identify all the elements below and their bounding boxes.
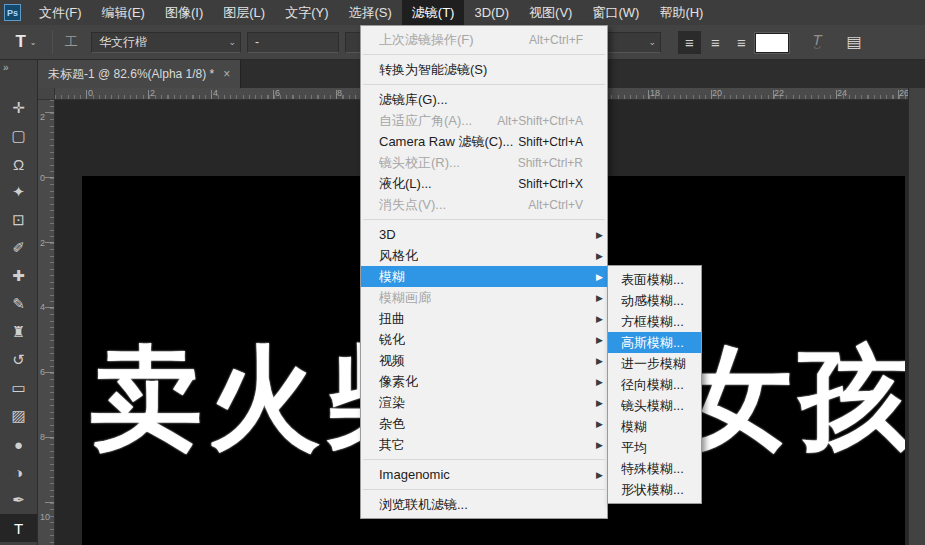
text-color-swatch[interactable] bbox=[755, 33, 789, 53]
font-style-select[interactable]: - bbox=[247, 32, 339, 53]
warp-text-icon[interactable]: T ◡ bbox=[806, 31, 828, 53]
ruler-number: 2 bbox=[40, 238, 45, 248]
menu-bar: Ps 文件(F) 编辑(E) 图像(I) 图层(L) 文字(Y) 选择(S) 滤… bbox=[0, 0, 925, 25]
filter-menu-item[interactable]: 模糊画廊 ▶ bbox=[361, 287, 607, 308]
ruler-ticks bbox=[45, 112, 54, 545]
filter-menu-item[interactable]: 杂色 ▶ bbox=[361, 413, 607, 434]
filter-menu-item bbox=[363, 489, 605, 490]
filter-menu-item[interactable]: 渲染 ▶ bbox=[361, 392, 607, 413]
eyedropper-tool[interactable]: ✐ bbox=[0, 234, 37, 262]
submenu-arrow-icon: ▶ bbox=[593, 470, 603, 480]
blur-submenu-item[interactable]: 特殊模糊... bbox=[608, 458, 701, 479]
document-tab[interactable]: 未标题-1 @ 82.6%(Alpha 1/8) * × bbox=[38, 60, 241, 88]
filter-menu-item[interactable]: 浏览联机滤镜... bbox=[361, 494, 607, 515]
filter-menu-item[interactable]: 视频 ▶ bbox=[361, 350, 607, 371]
align-right-icon[interactable]: ≡ bbox=[730, 31, 753, 54]
gradient-tool[interactable]: ▨ bbox=[0, 402, 37, 430]
filter-menu-item[interactable]: 风格化 ▶ bbox=[361, 245, 607, 266]
filter-menu-item[interactable]: 镜头校正(R)... Shift+Ctrl+R bbox=[361, 152, 607, 173]
shortcut-text: Alt+Shift+Ctrl+A bbox=[497, 114, 593, 128]
text-orientation-icon[interactable]: 工 bbox=[57, 33, 85, 51]
ruler-number: 0 bbox=[88, 88, 93, 98]
panel-dock-edge bbox=[908, 88, 925, 545]
toggle-panels-icon[interactable]: ▤ bbox=[843, 31, 865, 53]
divider bbox=[52, 30, 53, 54]
quick-selection-tool[interactable]: ✦ bbox=[0, 178, 37, 206]
spot-healing-brush-tool[interactable]: ✚ bbox=[0, 262, 37, 290]
blur-submenu-item[interactable]: 镜头模糊... bbox=[608, 395, 701, 416]
ruler-number: 4 bbox=[40, 302, 45, 312]
filter-menu-item[interactable]: 上次滤镜操作(F) Alt+Ctrl+F bbox=[361, 29, 607, 50]
vertical-ruler[interactable]: 2 0 2 4 6 8 10 bbox=[38, 100, 55, 545]
lasso-tool[interactable]: Ω bbox=[0, 150, 37, 178]
ruler-corner bbox=[38, 88, 55, 100]
menubar-item[interactable]: 视图(V) bbox=[519, 0, 582, 25]
filter-menu-item[interactable]: 其它 ▶ bbox=[361, 434, 607, 455]
font-style-value: - bbox=[255, 35, 334, 49]
blur-submenu-item[interactable]: 平均 bbox=[608, 437, 701, 458]
submenu-arrow-icon: ▶ bbox=[593, 440, 603, 450]
menubar-item[interactable]: 3D(D) bbox=[464, 0, 519, 25]
shortcut-text: Alt+Ctrl+V bbox=[528, 198, 593, 212]
blur-tool[interactable]: ● bbox=[0, 430, 37, 458]
filter-menu-item[interactable]: 锐化 ▶ bbox=[361, 329, 607, 350]
blur-submenu-item[interactable]: 径向模糊... bbox=[608, 374, 701, 395]
menubar-item[interactable]: 编辑(E) bbox=[92, 0, 155, 25]
pen-tool[interactable]: ✒ bbox=[0, 486, 37, 514]
menubar-item[interactable]: 滤镜(T) bbox=[402, 0, 465, 25]
submenu-arrow-icon: ▶ bbox=[593, 251, 603, 261]
filter-menu-item[interactable]: 模糊 ▶ bbox=[361, 266, 607, 287]
filter-menu-item[interactable]: 转换为智能滤镜(S) bbox=[361, 59, 607, 80]
submenu-arrow-icon: ▶ bbox=[593, 272, 603, 282]
menubar-item[interactable]: 文字(Y) bbox=[275, 0, 338, 25]
menubar-item[interactable]: 帮助(H) bbox=[649, 0, 713, 25]
align-center-icon[interactable]: ≡ bbox=[704, 31, 727, 54]
filter-menu-item[interactable]: 3D ▶ bbox=[361, 224, 607, 245]
filter-menu-item[interactable]: Camera Raw 滤镜(C)... Shift+Ctrl+A bbox=[361, 131, 607, 152]
filter-menu-item bbox=[363, 219, 605, 220]
menubar-item-label: 选择(S) bbox=[348, 5, 391, 20]
dodge-tool[interactable]: ◑ bbox=[0, 458, 37, 486]
brush-tool[interactable]: ✎ bbox=[0, 290, 37, 318]
filter-menu-item[interactable]: 扭曲 ▶ bbox=[361, 308, 607, 329]
blur-submenu-item[interactable]: 表面模糊... bbox=[608, 269, 701, 290]
blur-submenu-item[interactable]: 方框模糊... bbox=[608, 311, 701, 332]
blur-submenu-item[interactable]: 动感模糊... bbox=[608, 290, 701, 311]
eraser-tool[interactable]: ▭ bbox=[0, 374, 37, 402]
submenu-arrow-icon: ▶ bbox=[593, 398, 603, 408]
collapse-panel-icon[interactable]: » bbox=[0, 60, 37, 76]
crop-tool[interactable]: ⊡ bbox=[0, 206, 37, 234]
filter-menu-item[interactable]: 消失点(V)... Alt+Ctrl+V bbox=[361, 194, 607, 215]
font-family-select[interactable]: 华文行楷 ⌄ bbox=[91, 32, 241, 53]
close-icon[interactable]: × bbox=[223, 67, 230, 81]
clone-stamp-tool[interactable]: ♜ bbox=[0, 318, 37, 346]
blur-submenu-item[interactable]: 高斯模糊... bbox=[608, 332, 701, 353]
menubar-item[interactable]: 选择(S) bbox=[338, 0, 401, 25]
ruler-number: 4 bbox=[213, 88, 218, 98]
menubar-item-label: 帮助(H) bbox=[659, 5, 703, 20]
blur-submenu-item[interactable]: 进一步模糊 bbox=[608, 353, 701, 374]
menubar-item[interactable]: 窗口(W) bbox=[582, 0, 649, 25]
blur-submenu-item[interactable]: 模糊 bbox=[608, 416, 701, 437]
type-tool[interactable]: T bbox=[0, 514, 37, 542]
menubar-item[interactable]: 文件(F) bbox=[29, 0, 92, 25]
history-brush-tool[interactable]: ↺ bbox=[0, 346, 37, 374]
move-tool[interactable]: ✛ bbox=[0, 94, 37, 122]
tool-preset-picker[interactable]: T ⌄ bbox=[4, 32, 48, 52]
blur-submenu-item[interactable]: 形状模糊... bbox=[608, 479, 701, 500]
filter-menu-item[interactable]: 自适应广角(A)... Alt+Shift+Ctrl+A bbox=[361, 110, 607, 131]
menubar-item[interactable]: 图像(I) bbox=[155, 0, 213, 25]
filter-menu-item[interactable]: Imagenomic ▶ bbox=[361, 464, 607, 485]
align-left-icon[interactable]: ≡ bbox=[678, 31, 701, 54]
menubar-item[interactable]: 图层(L) bbox=[213, 0, 275, 25]
menubar-item-label: 视图(V) bbox=[529, 5, 572, 20]
rectangular-marquee-tool[interactable]: ▢ bbox=[0, 122, 37, 150]
submenu-arrow-icon: ▶ bbox=[593, 230, 603, 240]
blur-submenu: 表面模糊... 动感模糊... 方框模糊... 高斯模糊... 进一步模糊 径向… bbox=[607, 265, 702, 504]
filter-menu-item[interactable]: 滤镜库(G)... bbox=[361, 89, 607, 110]
filter-menu-item[interactable]: 像素化 ▶ bbox=[361, 371, 607, 392]
font-family-value: 华文行楷 bbox=[99, 34, 224, 51]
filter-menu-item[interactable]: 液化(L)... Shift+Ctrl+X bbox=[361, 173, 607, 194]
ruler-number: 22 bbox=[774, 88, 784, 98]
submenu-arrow-icon: ▶ bbox=[593, 293, 603, 303]
